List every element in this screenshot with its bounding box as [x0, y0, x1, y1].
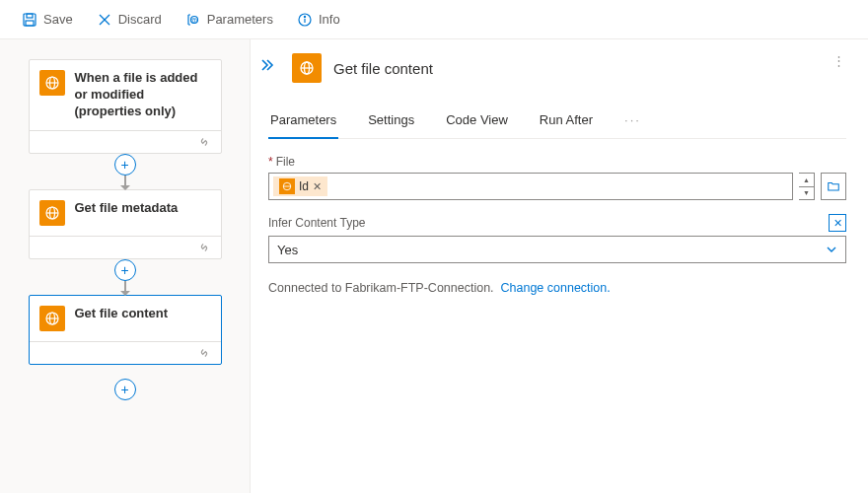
ftp-icon — [292, 53, 322, 83]
add-step-button[interactable]: + — [114, 259, 136, 281]
step-down-icon[interactable]: ▼ — [799, 187, 814, 200]
tab-parameters[interactable]: Parameters — [268, 106, 338, 139]
link-icon — [197, 135, 211, 149]
save-icon — [22, 12, 37, 28]
arrow-icon — [124, 176, 126, 189]
browse-folder-button[interactable] — [821, 173, 846, 200]
infer-label: Infer Content Type ✕ — [268, 214, 846, 232]
svg-point-9 — [304, 16, 305, 17]
action-card-content[interactable]: Get file content — [29, 295, 222, 365]
arrow-icon — [124, 281, 126, 295]
infer-content-type-select[interactable]: Yes — [268, 236, 846, 263]
ftp-icon — [39, 306, 65, 331]
link-icon — [197, 346, 211, 360]
tab-more-button[interactable]: ··· — [622, 106, 643, 138]
parameters-label: Parameters — [207, 12, 273, 27]
save-button[interactable]: Save — [12, 6, 83, 34]
svg-rect-1 — [27, 14, 33, 18]
svg-rect-2 — [26, 21, 34, 26]
chevron-down-icon — [826, 244, 837, 255]
toolbar: Save Discard @ Parameters Info — [0, 0, 868, 39]
file-token[interactable]: Id ✕ — [273, 176, 327, 196]
info-icon — [297, 12, 313, 28]
info-label: Info — [319, 12, 340, 27]
tab-settings[interactable]: Settings — [366, 106, 416, 138]
discard-label: Discard — [118, 12, 162, 27]
ftp-icon — [39, 70, 65, 96]
connection-info: Connected to Fabrikam-FTP-Connection. Ch… — [268, 281, 846, 295]
discard-button[interactable]: Discard — [87, 6, 172, 34]
trigger-card[interactable]: When a file is added or modified (proper… — [29, 59, 222, 154]
remove-token-button[interactable]: ✕ — [313, 180, 322, 193]
parameters-button[interactable]: @ Parameters — [176, 6, 283, 34]
change-connection-link[interactable]: Change connection. — [501, 281, 611, 295]
action-card-metadata[interactable]: Get file metadata — [29, 189, 222, 259]
parameters-icon: @ — [185, 12, 201, 28]
tab-bar: Parameters Settings Code View Run After … — [268, 106, 846, 139]
main-area: When a file is added or modified (proper… — [0, 39, 868, 493]
action-title: Get file content — [75, 306, 211, 322]
clear-field-button[interactable]: ✕ — [829, 214, 846, 232]
action-title: Get file metadata — [75, 200, 211, 217]
save-label: Save — [43, 12, 73, 27]
tab-code-view[interactable]: Code View — [444, 106, 510, 138]
stepper[interactable]: ▲▼ — [799, 173, 815, 200]
ftp-icon — [39, 200, 65, 226]
ftp-icon — [279, 178, 295, 194]
step-up-icon[interactable]: ▲ — [799, 174, 814, 187]
file-input[interactable]: Id ✕ — [268, 173, 793, 200]
folder-icon — [827, 179, 840, 193]
panel-title: Get file content — [333, 60, 433, 77]
close-icon — [97, 12, 112, 28]
add-step-button[interactable]: + — [114, 379, 136, 400]
token-label: Id — [299, 179, 309, 193]
file-label: *File — [268, 155, 846, 169]
details-panel: Get file content ⋮ Parameters Settings C… — [251, 39, 868, 493]
workflow-canvas: When a file is added or modified (proper… — [0, 39, 251, 493]
add-step-button[interactable]: + — [114, 154, 136, 176]
parameters-form: *File Id ✕ ▲▼ Infer Content Type ✕ — [268, 155, 846, 263]
trigger-title: When a file is added or modified (proper… — [75, 70, 211, 120]
info-button[interactable]: Info — [287, 6, 350, 34]
panel-more-button[interactable]: ⋮ — [832, 53, 846, 68]
link-icon — [197, 241, 211, 254]
tab-run-after[interactable]: Run After — [538, 106, 595, 138]
svg-text:@: @ — [190, 17, 197, 24]
select-value: Yes — [277, 243, 298, 257]
